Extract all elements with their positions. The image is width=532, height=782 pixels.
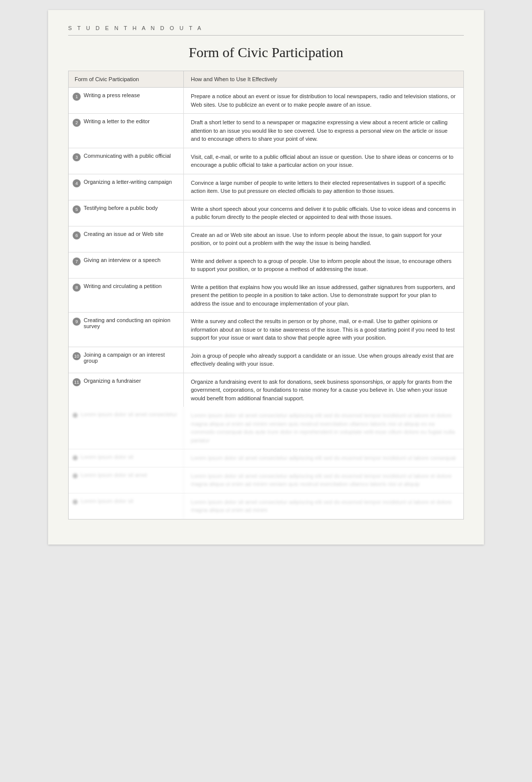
row-number-6: 6 [73, 231, 81, 239]
col-left-header: Form of Civic Participation [69, 71, 184, 87]
cell-left-2: 2 Writing a letter to the editor [69, 114, 184, 148]
table-row: 7 Giving an interview or a speech Write … [69, 252, 463, 279]
cell-right-2: Draft a short letter to send to a newspa… [184, 114, 463, 148]
row-number-3: 3 [73, 153, 81, 161]
handout-label: S T U D E N T H A N D O U T A [68, 25, 464, 36]
row-label-1: Writing a press release [84, 92, 140, 98]
cell-right-8: Write a petition that explains how you w… [184, 279, 463, 313]
main-table: Form of Civic Participation How and When… [68, 71, 464, 519]
table-row: 2 Writing a letter to the editor Draft a… [69, 114, 463, 148]
bullet-dot-3 [73, 473, 78, 478]
cell-right-5: Write a short speech about your concerns… [184, 200, 463, 226]
blurred-row-label-1: Lorem ipsum dolor sit amet consectetur [81, 411, 177, 417]
row-label-2: Writing a letter to the editor [84, 118, 150, 124]
row-number-4: 4 [73, 179, 81, 187]
table-row: 3 Communicating with a public official V… [69, 148, 463, 174]
row-number-9: 9 [73, 318, 81, 326]
cell-right-3: Visit, call, e-mail, or write to a publi… [184, 148, 463, 174]
cell-left-1: 1 Writing a press release [69, 88, 184, 113]
cell-left-7: 7 Giving an interview or a speech [69, 252, 184, 278]
cell-right-11: Organize a fundraising event to ask for … [184, 373, 463, 407]
bullet-dot-2 [73, 455, 78, 460]
cell-left-8: 8 Writing and circulating a petition [69, 279, 184, 313]
table-row: 11 Organizing a fundraiser Organize a fu… [69, 373, 463, 407]
cell-right-6: Create an ad or Web site about an issue.… [184, 226, 463, 252]
blurred-cell-left-3: Lorem ipsum dolor sit amet [69, 467, 184, 493]
cell-left-11: 11 Organizing a fundraiser [69, 373, 184, 407]
row-label-10: Joining a campaign or an interest group [84, 352, 178, 364]
blurred-table-row: Lorem ipsum dolor sit Lorem ipsum dolor … [69, 493, 463, 519]
cell-left-10: 10 Joining a campaign or an interest gro… [69, 347, 184, 373]
cell-left-4: 4 Organizing a letter-writing campaign [69, 174, 184, 200]
cell-left-5: 5 Testifying before a public body [69, 200, 184, 226]
page: S T U D E N T H A N D O U T A Form of Ci… [48, 10, 484, 545]
blurred-cell-left-4: Lorem ipsum dolor sit [69, 493, 184, 519]
row-label-6: Creating an issue ad or Web site [84, 231, 163, 237]
blurred-row-label-4: Lorem ipsum dolor sit [81, 498, 133, 504]
row-number-7: 7 [73, 257, 81, 266]
blurred-table-row: Lorem ipsum dolor sit Lorem ipsum dolor … [69, 449, 463, 467]
blurred-row-label-2: Lorem ipsum dolor sit [81, 454, 133, 460]
row-number-5: 5 [73, 205, 81, 213]
bullet-dot-1 [73, 413, 78, 418]
row-number-10: 10 [73, 352, 81, 360]
cell-right-9: Write a survey and collect the results i… [184, 313, 463, 347]
row-label-8: Writing and circulating a petition [84, 283, 162, 289]
col-right-header: How and When to Use It Effectively [184, 71, 463, 87]
row-label-5: Testifying before a public body [84, 205, 158, 211]
row-number-11: 11 [73, 378, 81, 386]
row-label-4: Organizing a letter-writing campaign [84, 179, 172, 185]
row-label-7: Giving an interview or a speech [84, 257, 160, 263]
blurred-cell-left-2: Lorem ipsum dolor sit [69, 449, 184, 467]
blurred-cell-right-2: Lorem ipsum dolor sit amet consectetur a… [184, 449, 463, 467]
blurred-table-row: Lorem ipsum dolor sit amet Lorem ipsum d… [69, 467, 463, 493]
page-title: Form of Civic Participation [68, 45, 464, 61]
table-row: 8 Writing and circulating a petition Wri… [69, 279, 463, 313]
cell-left-3: 3 Communicating with a public official [69, 148, 184, 174]
table-row: 9 Creating and conducting an opinion sur… [69, 313, 463, 347]
row-number-8: 8 [73, 284, 81, 292]
cell-left-9: 9 Creating and conducting an opinion sur… [69, 313, 184, 347]
row-label-11: Organizing a fundraiser [84, 378, 141, 384]
blurred-cell-right-1: Lorem ipsum dolor sit amet consectetur a… [184, 407, 463, 449]
row-label-9: Creating and conducting an opinion surve… [84, 317, 178, 329]
table-row: 1 Writing a press release Prepare a noti… [69, 88, 463, 114]
cell-left-6: 6 Creating an issue ad or Web site [69, 226, 184, 252]
table-row: 5 Testifying before a public body Write … [69, 200, 463, 226]
cell-right-1: Prepare a notice about an event or issue… [184, 88, 463, 113]
table-body: 1 Writing a press release Prepare a noti… [69, 88, 463, 407]
bullet-dot-4 [73, 499, 78, 504]
table-header: Form of Civic Participation How and When… [69, 71, 463, 88]
blurred-cell-right-4: Lorem ipsum dolor sit amet consectetur a… [184, 493, 463, 519]
blurred-cell-right-3: Lorem ipsum dolor sit amet consectetur a… [184, 467, 463, 493]
blurred-row-label-3: Lorem ipsum dolor sit amet [81, 472, 147, 478]
table-row: 6 Creating an issue ad or Web site Creat… [69, 226, 463, 252]
row-number-2: 2 [73, 119, 81, 127]
cell-right-10: Join a group of people who already suppo… [184, 347, 463, 373]
row-label-3: Communicating with a public official [84, 153, 171, 159]
table-row: 10 Joining a campaign or an interest gro… [69, 347, 463, 373]
cell-right-7: Write and deliver a speech to a group of… [184, 252, 463, 278]
blurred-cell-left-1: Lorem ipsum dolor sit amet consectetur [69, 407, 184, 449]
row-number-1: 1 [73, 93, 81, 101]
cell-right-4: Convince a large number of people to wri… [184, 174, 463, 200]
blurred-table-row: Lorem ipsum dolor sit amet consectetur L… [69, 407, 463, 449]
blurred-section: Lorem ipsum dolor sit amet consectetur L… [69, 407, 463, 519]
table-row: 4 Organizing a letter-writing campaign C… [69, 174, 463, 200]
